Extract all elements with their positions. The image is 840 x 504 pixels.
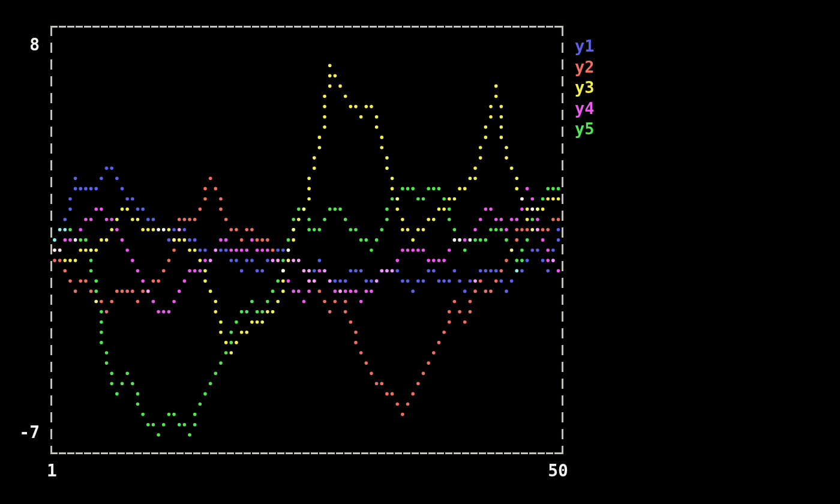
- chart-canvas: [0, 0, 840, 504]
- plot-frame-top: [50, 26, 563, 28]
- legend-item-y5: y5: [575, 119, 595, 140]
- terminal-plot-screen: 8 -7 1 50 y1y2y3y4y5: [0, 0, 840, 504]
- legend-item-y3: y3: [575, 77, 595, 98]
- x-axis-min-label: 1: [47, 462, 65, 480]
- y-axis-max-label: 8: [17, 36, 40, 54]
- legend-item-y1: y1: [575, 36, 595, 57]
- legend-item-y2: y2: [575, 57, 595, 78]
- x-axis-max-label: 50: [540, 462, 576, 480]
- legend-item-y4: y4: [575, 98, 595, 119]
- plot-frame-bottom: [50, 452, 563, 454]
- legend: y1y2y3y4y5: [575, 36, 595, 140]
- y-axis-min-label: -7: [10, 424, 40, 442]
- plot-frame-left: [50, 26, 52, 454]
- plot-frame-right: [562, 26, 563, 454]
